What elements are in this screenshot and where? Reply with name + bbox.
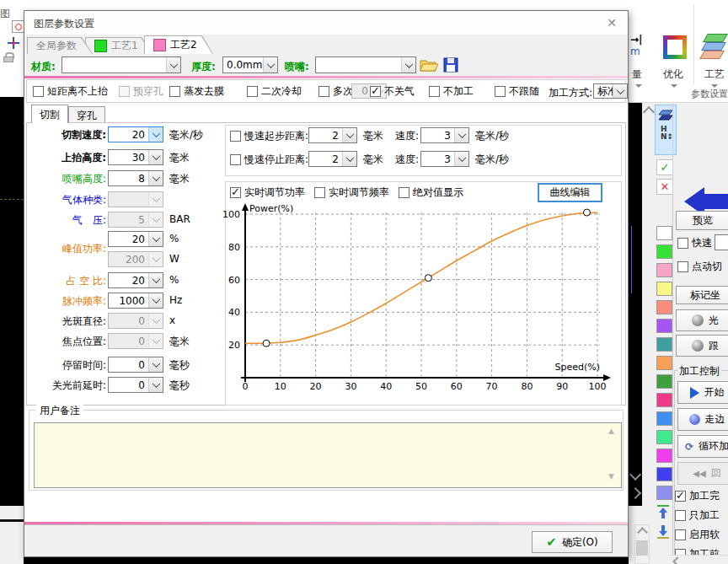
combo-dropdown-icon[interactable] — [148, 127, 163, 142]
speed-combo-1[interactable]: 3 — [420, 151, 469, 167]
option-checkbox-2[interactable]: 蒸发去膜 — [169, 84, 224, 98]
done-checkbox[interactable]: 加工完 — [675, 489, 720, 502]
tab-cut[interactable]: 切割 — [31, 105, 68, 123]
field-combo-8[interactable]: 1000 — [108, 293, 163, 309]
combo-dropdown-icon[interactable] — [454, 128, 468, 142]
option-checkbox-0[interactable]: 短距离不上抬 — [33, 84, 108, 98]
layer-color-swatch-2[interactable] — [656, 263, 672, 277]
loop-button[interactable]: ⟳循环加 — [677, 435, 728, 458]
thickness-combo[interactable]: 0.0mm — [222, 56, 278, 73]
preview-button[interactable]: 预览 — [676, 211, 728, 230]
close-icon[interactable]: ✕ — [604, 15, 619, 30]
crosshair-icon[interactable] — [8, 37, 19, 49]
scroll-up-arrow[interactable] — [637, 527, 648, 538]
field-combo-11[interactable]: 0 — [108, 357, 163, 373]
layer-color-swatch-7[interactable] — [656, 356, 672, 370]
layer-color-swatch-5[interactable] — [656, 319, 672, 333]
layer-color-swatch-1[interactable] — [656, 244, 672, 259]
ok-button[interactable]: ✔确定(O) — [532, 531, 613, 553]
combo-dropdown-icon[interactable] — [148, 232, 163, 246]
tab-pierce[interactable]: 穿孔 — [68, 106, 105, 123]
mark-button[interactable]: 标记坐 — [676, 286, 728, 304]
layer-color-swatch-8[interactable] — [656, 374, 672, 389]
layer-check-icon[interactable]: ✓ — [656, 159, 673, 175]
slow-checkbox-1[interactable]: 慢速停止 — [230, 153, 285, 166]
sketch-icon[interactable] — [12, 20, 24, 33]
jog-checkbox[interactable]: 点动切 — [677, 260, 722, 273]
back-button[interactable]: ◀◀回 — [677, 462, 728, 485]
scroll-thumb[interactable] — [636, 540, 648, 556]
layer-color-swatch-4[interactable] — [656, 300, 672, 314]
field-combo-12[interactable]: 0 — [108, 377, 163, 393]
save-icon[interactable] — [443, 57, 458, 73]
dialog-titlebar[interactable]: 图层参数设置 ✕ — [24, 11, 628, 35]
layer-color-swatch-3[interactable] — [656, 282, 672, 296]
combo-dropdown-icon[interactable] — [148, 334, 163, 348]
curve-edit-button[interactable]: 曲线编辑 — [538, 183, 602, 202]
combo-dropdown-icon[interactable] — [148, 357, 163, 372]
layer-color-swatch-10[interactable] — [656, 411, 672, 426]
mode-combo[interactable]: 标准 — [593, 83, 628, 99]
edge-button[interactable]: 走边 — [677, 408, 728, 431]
combo-dropdown-icon[interactable] — [148, 378, 163, 392]
slow-checkbox-0[interactable]: 慢速起步 — [230, 129, 285, 142]
field-combo-4[interactable]: 5 — [108, 212, 163, 228]
combo-dropdown-icon[interactable] — [148, 212, 163, 227]
option2-checkbox-1[interactable]: 不加工 — [429, 84, 474, 98]
option-checkbox-1[interactable]: 预穿孔 — [119, 84, 163, 98]
layer-color-swatch-14[interactable] — [656, 486, 672, 500]
ribbon-measure-label[interactable]: 量 — [632, 67, 642, 82]
field-combo-5[interactable]: 20 — [108, 231, 163, 247]
field-combo-7[interactable]: 20 — [108, 272, 163, 288]
lock-icon[interactable] — [3, 52, 13, 62]
combo-dropdown-icon[interactable] — [148, 150, 163, 164]
speed-combo-0[interactable]: 3 — [420, 127, 469, 143]
field-combo-3[interactable] — [108, 191, 163, 207]
field-combo-0[interactable]: 20 — [108, 126, 163, 142]
field-combo-6[interactable]: 200 — [108, 251, 163, 267]
optimize-dropdown-arrow[interactable] — [671, 84, 677, 88]
open-folder-icon[interactable] — [420, 57, 438, 73]
absolute-value-checkbox[interactable]: 绝对值显示 — [399, 185, 463, 199]
combo-dropdown-icon[interactable] — [148, 171, 163, 185]
combo-dropdown-icon[interactable] — [342, 128, 356, 142]
field-combo-2[interactable]: 8 — [108, 170, 163, 186]
layer-tool-selected[interactable]: HN↕ — [655, 105, 677, 155]
combo-dropdown-icon[interactable] — [613, 84, 627, 98]
combo-dropdown-icon[interactable] — [148, 273, 163, 287]
option2-checkbox-0[interactable]: 不关气 — [370, 84, 415, 98]
material-combo[interactable] — [62, 56, 181, 73]
combo-dropdown-icon[interactable] — [148, 293, 163, 308]
option-checkbox-3[interactable]: 二次冷却 — [247, 84, 302, 98]
nozzle-combo[interactable] — [315, 56, 416, 73]
only-machining-checkbox[interactable]: 只加工 — [675, 508, 720, 522]
tab-global-params[interactable]: 全局参数 — [27, 37, 93, 54]
vertical-scrollbar[interactable] — [634, 524, 650, 564]
combo-dropdown-icon[interactable] — [342, 152, 356, 166]
layer-color-swatch-0[interactable] — [656, 226, 672, 240]
layer-color-swatch-13[interactable] — [656, 467, 672, 481]
horizontal-scrollbar[interactable] — [670, 555, 728, 564]
fast-checkbox[interactable]: 快速 — [677, 236, 712, 250]
option-checkbox-4[interactable]: 多次 — [318, 84, 353, 98]
combo-dropdown-icon[interactable] — [148, 314, 163, 328]
layer-x-icon[interactable]: ✕ — [656, 179, 673, 195]
tab-process-2[interactable]: 工艺2 — [144, 35, 213, 54]
measure-dropdown-arrow[interactable] — [635, 84, 642, 88]
combo-dropdown-icon[interactable] — [454, 152, 468, 166]
curve-marker-0[interactable] — [263, 340, 270, 346]
combo-dropdown-icon[interactable] — [148, 252, 163, 266]
light-button[interactable]: 光 — [676, 309, 728, 331]
field-combo-1[interactable]: 30 — [108, 149, 163, 165]
combo-dropdown-icon[interactable] — [148, 192, 163, 207]
ribbon-craft-label[interactable]: 工艺 — [704, 67, 725, 82]
soft-limit-checkbox[interactable]: 启用软 — [675, 528, 720, 541]
field-combo-10[interactable]: 0 — [108, 333, 163, 349]
layer-color-swatch-9[interactable] — [656, 393, 672, 407]
align-top-icon[interactable] — [655, 503, 672, 520]
notes-scroll-up-icon[interactable]: ▲ — [606, 426, 617, 437]
layer-color-swatch-12[interactable] — [656, 449, 672, 463]
option2-checkbox-2[interactable]: 不跟随 — [495, 84, 539, 98]
tab-process-1[interactable]: 工艺1 — [85, 37, 153, 54]
align-bottom-icon[interactable] — [655, 524, 672, 540]
